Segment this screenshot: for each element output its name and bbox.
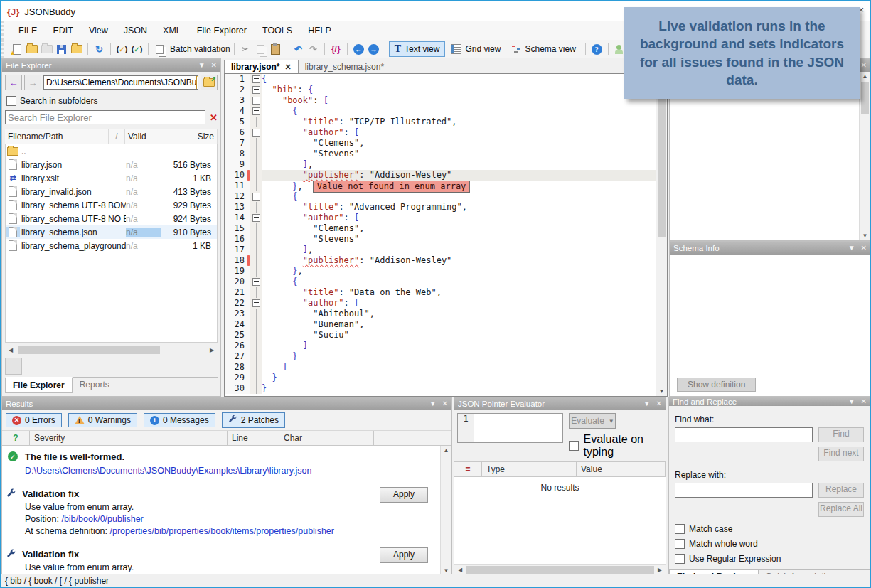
validate-schema-icon[interactable]: (✓) — [130, 43, 144, 56]
menu-item-file[interactable]: FILE — [11, 23, 45, 38]
file-row[interactable]: library_schema.jsonn/a910 Bytes — [6, 225, 217, 239]
menu-item-tools[interactable]: TOOLS — [255, 23, 300, 38]
batch-validation-label[interactable]: Batch validation — [170, 44, 230, 54]
scroll-up-icon[interactable]: ▲ — [441, 447, 451, 454]
scroll-up-icon[interactable]: ▲ — [860, 73, 870, 80]
fix-action-link[interactable]: Use value from enum array. — [25, 501, 441, 513]
help-icon[interactable]: ? — [590, 43, 604, 56]
fix-action-link[interactable]: Use value from enum array. — [25, 562, 441, 574]
file-row[interactable]: library_invalid.jsonn/a413 Bytes — [6, 185, 217, 198]
redo-icon[interactable]: ↷ — [306, 43, 320, 56]
navigate-forward-icon[interactable]: → — [367, 43, 380, 56]
column-type[interactable]: Type — [482, 462, 577, 476]
save-icon[interactable] — [55, 43, 68, 56]
menu-item-edit[interactable]: EDIT — [45, 23, 80, 38]
apply-button[interactable]: Apply — [380, 547, 428, 563]
paste-icon[interactable] — [269, 43, 282, 56]
fold-toggle-icon[interactable] — [250, 85, 262, 95]
evaluate-button[interactable]: Evaluate▼ — [569, 413, 616, 429]
close-tab-icon[interactable]: ✕ — [284, 63, 291, 72]
scroll-right-icon[interactable]: ▶ — [654, 567, 666, 573]
filter-error-button[interactable]: ✕0 Errors — [6, 413, 62, 427]
file-row[interactable]: library.jsonn/a516 Bytes — [6, 158, 217, 171]
nav-back-button[interactable]: ← — [5, 75, 22, 90]
fold-toggle-icon[interactable] — [250, 106, 262, 117]
use-regex-checkbox[interactable] — [675, 554, 685, 564]
menu-item-json[interactable]: JSON — [116, 23, 155, 38]
fold-toggle-icon[interactable] — [250, 213, 262, 223]
open-file-icon[interactable] — [25, 43, 38, 56]
filter-warning-button[interactable]: 0 Warnings — [68, 413, 137, 427]
panel-collapse-icon[interactable]: ▼ — [848, 245, 855, 252]
folder-search-icon[interactable] — [196, 77, 197, 90]
column-equals[interactable]: = — [454, 462, 482, 476]
json-syntax-check-icon[interactable]: {/} — [329, 43, 343, 56]
panel-close-icon[interactable]: ✕ — [861, 245, 867, 252]
cut-icon[interactable]: ✂ — [239, 43, 252, 56]
menu-item-help[interactable]: HELP — [300, 23, 339, 38]
fold-toggle-icon[interactable] — [250, 74, 262, 85]
replace-all-button[interactable]: Replace All — [818, 502, 864, 517]
tab-library-json[interactable]: library.json* ✕ — [224, 60, 299, 73]
path-input[interactable] — [44, 77, 198, 87]
pointer-expression-input[interactable]: 1 — [457, 413, 563, 443]
filter-message-button[interactable]: i0 Messages — [144, 413, 215, 427]
grid-view-button[interactable]: Grid view — [445, 42, 506, 56]
column-char[interactable]: Char — [279, 431, 374, 445]
file-row[interactable]: library_schema UTF-8 BOM.jsonn/a929 Byte… — [6, 198, 217, 212]
column-status[interactable]: ? — [2, 431, 30, 445]
scroll-left-icon[interactable]: ◀ — [454, 567, 466, 573]
clear-search-icon[interactable]: ✕ — [210, 112, 218, 123]
well-formed-file-link[interactable]: D:\Users\Clemens\Documents\JSONBuddy\Exa… — [25, 464, 441, 477]
scroll-down-icon[interactable]: ▼ — [441, 567, 451, 574]
panel-close-icon[interactable]: ✕ — [861, 62, 867, 69]
schema-view-button[interactable]: Schema view — [506, 42, 581, 56]
fold-toggle-icon[interactable] — [250, 191, 262, 202]
column-value[interactable]: Value — [577, 462, 666, 476]
column-valid[interactable]: Valid — [125, 129, 164, 144]
fold-toggle-icon[interactable] — [250, 277, 262, 287]
replace-button[interactable]: Replace — [818, 483, 864, 498]
file-search-input[interactable] — [5, 110, 205, 124]
doc-vertical-scrollbar[interactable]: ▲ ▼ — [859, 72, 870, 240]
file-row[interactable]: library_schema UTF-8 NO BO...n/a924 Byte… — [6, 212, 217, 225]
editor-vertical-scrollbar[interactable]: ▲ ▼ — [656, 74, 667, 396]
tab-file-explorer[interactable]: File Explorer — [5, 377, 73, 393]
fix-position-link[interactable]: /bib/book/0/publisher — [61, 514, 143, 524]
new-file-icon[interactable]: ★ — [10, 43, 23, 56]
column-size[interactable]: Size — [164, 129, 218, 144]
browse-folder-button[interactable]: ➚ — [201, 75, 218, 90]
fold-toggle-icon[interactable] — [250, 127, 262, 138]
file-row[interactable]: ⇄library.xsltn/a1 KB — [6, 171, 217, 185]
file-row[interactable]: library_schema_playground.jsonn/a1 KB — [6, 239, 217, 252]
code-editor[interactable]: 1{2 "bib": {3 "book": [4 {5 "title": "TC… — [225, 74, 656, 396]
batch-validation-icon[interactable] — [153, 43, 166, 56]
panel-collapse-icon[interactable]: ▼ — [429, 400, 437, 407]
explorer-horizontal-scrollbar[interactable]: ◀ ▶ — [5, 344, 218, 356]
results-vertical-scrollbar[interactable]: ▲ ▼ — [440, 446, 451, 575]
show-definition-button[interactable]: Show definition — [677, 378, 756, 392]
tab-library-schema-json[interactable]: library_schema.json* — [299, 60, 390, 73]
panel-close-icon[interactable]: ✕ — [442, 400, 448, 407]
undo-icon[interactable]: ↶ — [292, 43, 305, 56]
nav-forward-button[interactable]: → — [24, 75, 41, 90]
panel-collapse-icon[interactable]: ▼ — [643, 400, 651, 407]
scroll-left-icon[interactable]: ◀ — [5, 347, 16, 353]
match-case-checkbox[interactable] — [675, 524, 685, 534]
menu-item-view[interactable]: View — [81, 23, 116, 38]
panel-collapse-icon[interactable]: ▼ — [848, 398, 855, 405]
panel-collapse-icon[interactable]: ▼ — [198, 62, 205, 69]
navigate-back-icon[interactable]: ← — [352, 43, 365, 56]
fix-schema-link[interactable]: /properties/bib/properties/book/items/pr… — [110, 526, 334, 536]
scroll-right-icon[interactable]: ▶ — [206, 347, 218, 353]
validate-wellformed-icon[interactable]: (✓) — [115, 43, 129, 56]
open-folder-icon[interactable] — [40, 43, 53, 56]
search-subfolders-checkbox[interactable] — [6, 96, 16, 106]
find-input[interactable] — [675, 427, 813, 442]
find-next-button[interactable]: Find next — [818, 447, 864, 461]
refresh-icon[interactable]: ↻ — [92, 43, 106, 56]
panel-close-icon[interactable]: ✕ — [861, 398, 867, 405]
fold-toggle-icon[interactable] — [250, 95, 262, 106]
copy-icon[interactable] — [254, 43, 267, 56]
text-view-button[interactable]: T Text view — [389, 41, 446, 57]
